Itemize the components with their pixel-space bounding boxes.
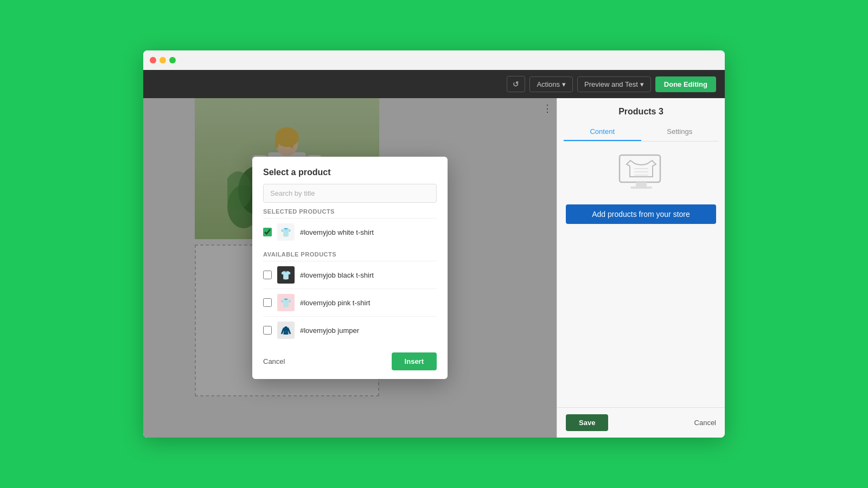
search-input[interactable]: [263, 184, 437, 203]
product-name-1: #lovemyjob white t-shirt: [300, 228, 374, 236]
product-checkbox-3[interactable]: [263, 298, 272, 307]
maximize-button[interactable]: [169, 57, 176, 63]
main-area: ⋮: [143, 98, 725, 438]
product-thumbnail-2: 👕: [277, 266, 295, 284]
modal-footer: Cancel Insert: [252, 344, 448, 379]
tab-settings[interactable]: Settings: [641, 123, 719, 141]
product-thumbnail-1: 👕: [277, 223, 295, 241]
preview-chevron-icon: ▾: [640, 80, 644, 88]
products-display-icon: [617, 152, 666, 196]
panel-tabs: Content Settings: [564, 123, 718, 142]
available-products-list: 👕 #lovemyjob black t-shirt 👕 #lovemyjob …: [263, 261, 437, 344]
browser-window: ↺ Actions ▾ Preview and Test ▾ Done Edit…: [143, 50, 725, 438]
right-panel: Products 3 Content Settings: [557, 98, 725, 438]
products-icon-area: [617, 152, 666, 196]
cancel-link[interactable]: Cancel: [694, 419, 716, 427]
product-checkbox-1[interactable]: [263, 228, 272, 236]
available-products-label: AVAILABLE PRODUCTS: [263, 246, 437, 261]
product-name-3: #lovemyjob pink t-shirt: [300, 299, 370, 307]
modal-insert-button[interactable]: Insert: [392, 352, 437, 370]
product-name-2: #lovemyjob black t-shirt: [300, 271, 374, 279]
selected-products-label: SELECTED PRODUCTS: [263, 203, 437, 218]
preview-button[interactable]: Preview and Test ▾: [577, 76, 651, 92]
modal-title: Select a product: [263, 168, 437, 177]
canvas-area: ⋮: [143, 98, 557, 438]
product-thumbnail-4: 🧥: [277, 322, 295, 339]
svg-rect-21: [630, 187, 652, 189]
actions-button[interactable]: Actions ▾: [529, 76, 573, 92]
close-button[interactable]: [150, 57, 156, 63]
select-product-modal: Select a product SELECTED PRODUCTS 👕 #lo…: [252, 157, 448, 379]
product-checkbox-2[interactable]: [263, 271, 272, 279]
traffic-lights: [150, 57, 176, 63]
minimize-button[interactable]: [159, 57, 166, 63]
panel-title: Products 3: [557, 98, 725, 123]
list-item: 👕 #lovemyjob white t-shirt: [263, 219, 437, 246]
actions-label: Actions: [537, 80, 560, 88]
tab-content[interactable]: Content: [564, 123, 641, 141]
svg-rect-20: [636, 182, 647, 187]
modal-header: Select a product: [252, 157, 448, 184]
product-thumbnail-3: 👕: [277, 294, 295, 311]
panel-footer: Save Cancel: [557, 407, 725, 438]
preview-label: Preview and Test: [584, 80, 638, 88]
done-editing-button[interactable]: Done Editing: [655, 76, 716, 92]
history-button[interactable]: ↺: [507, 76, 525, 92]
panel-content: Add products from your store: [557, 142, 725, 407]
modal-cancel-button[interactable]: Cancel: [263, 357, 285, 365]
top-bar: ↺ Actions ▾ Preview and Test ▾ Done Edit…: [143, 70, 725, 98]
list-item: 🧥 #lovemyjob jumper: [263, 317, 437, 344]
product-checkbox-4[interactable]: [263, 326, 272, 335]
save-button[interactable]: Save: [566, 414, 608, 431]
product-name-4: #lovemyjob jumper: [300, 326, 359, 335]
modal-body: SELECTED PRODUCTS 👕 #lovemyjob white t-s…: [252, 184, 448, 344]
modal-overlay: Select a product SELECTED PRODUCTS 👕 #lo…: [143, 98, 557, 438]
list-item: 👕 #lovemyjob black t-shirt: [263, 261, 437, 289]
title-bar: [143, 50, 725, 70]
selected-products-list: 👕 #lovemyjob white t-shirt: [263, 218, 437, 246]
actions-chevron-icon: ▾: [562, 80, 566, 88]
list-item: 👕 #lovemyjob pink t-shirt: [263, 289, 437, 317]
add-products-button[interactable]: Add products from your store: [566, 204, 716, 224]
